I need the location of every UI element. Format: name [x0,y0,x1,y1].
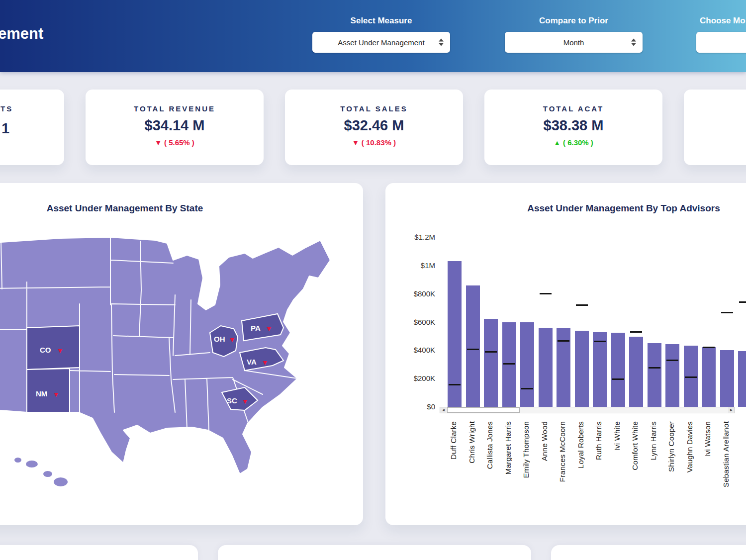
advisor-label-10: Comfort White [631,421,639,470]
scrollbar-track[interactable] [447,407,728,413]
advisor-bar-11[interactable] [648,343,661,407]
us-map: CO ▼ NM ▼ OH ▼ PA ▼ VA ▼ SC ▼ [0,230,344,509]
state-trend-down-icon: ▼ [266,325,273,333]
reference-tick-11 [649,367,660,369]
advisor-bar-10[interactable] [629,337,643,407]
y-tick-label: $600K [385,318,435,326]
kpi-card-partial-left: TS 1 [0,90,64,165]
kpi-change-text: ( 5.65% ) [164,138,194,147]
advisor-bar-16[interactable] [738,351,746,407]
kpi-change-text: ( 6.30% ) [563,138,593,147]
app-header: ement Select Measure Asset Under Managem… [0,0,746,72]
choose-month-label: Choose Mo [696,16,746,26]
y-tick-label: $200K [385,374,435,382]
kpi-value: $32.46 M [285,117,463,134]
kpi-change-text: ( 10.83% ) [362,138,396,147]
scrollbar-thumb[interactable] [447,407,520,413]
advisor-label-5: Anne Wood [540,421,549,461]
state-label-pa: PA [251,324,261,332]
kpi-card-total-acat: TOTAL ACAT $38.38 M ▲( 6.30% ) [484,90,662,165]
reference-tick-0 [449,384,461,385]
advisor-bar-8[interactable] [593,332,607,407]
reference-tick-9 [612,378,624,380]
reference-tick-14 [703,347,715,348]
state-label-sc: SC [227,396,237,405]
advisors-panel-title: Asset Under Management By Top Advisors [385,203,746,214]
y-tick-label: $400K [385,346,435,354]
state-trend-down-icon: ▼ [229,336,236,344]
kpi-value: $34.14 M [86,117,264,134]
compare-to-prior-label: Compare to Prior [505,16,643,26]
advisor-label-4: Emily Thompson [522,421,530,478]
select-measure-label: Select Measure [312,16,450,26]
state-label-va: VA [247,358,257,366]
advisor-bar-7[interactable] [575,331,589,407]
advisor-label-1: Chris Wright [467,421,476,464]
reference-tick-7 [576,304,588,306]
advisor-label-0: Duff Clarke [449,421,458,460]
choose-month-dropdown[interactable] [696,32,746,53]
select-measure-dropdown[interactable]: Asset Under Management [312,32,450,53]
y-tick-label: $0 [385,402,435,411]
bottom-card-center [218,545,531,560]
compare-to-prior-dropdown[interactable]: Month [505,32,643,53]
advisor-chart-scrollbar[interactable]: ◄ ► [440,407,735,413]
select-measure-group: Select Measure Asset Under Management [312,16,450,53]
advisor-bar-1[interactable] [466,285,480,407]
y-tick-label: $800K [385,289,435,298]
advisor-label-11: Lynn Harris [649,421,657,460]
trend-down-icon: ▼ [155,139,162,147]
reference-tick-12 [666,360,678,361]
advisor-label-14: Ivi Watson [703,421,712,457]
advisor-label-12: Shirlyn Cooper [667,421,675,472]
reference-tick-6 [558,340,569,342]
advisor-label-3: Margaret Harris [504,421,512,474]
app-title: ement [0,25,43,43]
advisor-bar-3[interactable] [502,322,516,407]
advisor-chart-plot [440,237,746,407]
updown-chevron-icon [631,39,636,46]
updown-chevron-icon [439,39,444,46]
hawaii-islands[interactable] [14,457,68,487]
advisor-bar-4[interactable] [520,322,534,407]
bottom-card-left [0,545,198,560]
compare-to-prior-value: Month [563,38,584,47]
state-co[interactable] [27,326,80,370]
trend-down-icon: ▼ [352,139,359,147]
state-label-nm: NM [36,389,47,398]
scrollbar-left-arrow-icon[interactable]: ◄ [440,407,447,413]
advisor-bar-15[interactable] [720,350,734,407]
map-panel-title: Asset Under Management By State [0,203,363,214]
compare-to-prior-group: Compare to Prior Month [505,16,643,53]
kpi-change: ▼( 10.83% ) [285,138,463,147]
scrollbar-right-arrow-icon[interactable]: ► [728,407,735,413]
y-tick-label: $1M [385,261,435,270]
advisor-bar-13[interactable] [684,346,698,407]
reference-tick-16 [739,301,746,303]
reference-tick-3 [503,363,515,365]
trend-up-icon: ▲ [554,139,560,147]
choose-month-group: Choose Mo [696,16,746,53]
advisor-bar-5[interactable] [539,328,553,407]
advisor-bar-9[interactable] [611,333,625,407]
kpi-title-fragment: TS [0,104,13,113]
advisor-bar-12[interactable] [665,344,679,407]
reference-tick-2 [485,351,497,353]
state-label-co: CO [40,346,51,354]
advisor-label-9: Ivi White [613,421,621,451]
reference-tick-10 [630,331,642,333]
state-trend-down-icon: ▼ [57,347,64,355]
aum-by-state-panel: Asset Under Management By State CO ▼ NM … [0,183,363,525]
advisor-bar-2[interactable] [484,319,498,407]
state-nm[interactable] [27,369,70,412]
state-label-oh: OH [214,335,225,343]
kpi-title: TOTAL SALES [285,104,463,113]
select-measure-value: Asset Under Management [338,38,424,47]
advisor-label-8: Ruth Harris [594,421,603,460]
kpi-value: $38.38 M [484,117,662,134]
reference-tick-8 [594,341,606,342]
y-tick-label: $1.2M [385,233,435,241]
kpi-card-total-sales: TOTAL SALES $32.46 M ▼( 10.83% ) [285,90,463,165]
advisor-bar-14[interactable] [702,347,716,407]
kpi-change: ▼( 5.65% ) [86,138,264,147]
